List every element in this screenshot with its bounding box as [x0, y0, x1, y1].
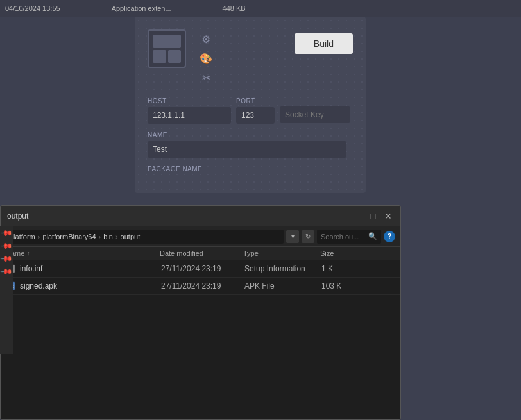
- breadcrumb-sep-3: ›: [115, 233, 118, 240]
- pin-btn-3[interactable]: 📌: [0, 252, 13, 265]
- port-input[interactable]: [236, 107, 275, 124]
- col-size-header: Size: [320, 249, 334, 257]
- file-list-header: Name ↑ Date modified Type Size: [1, 247, 400, 260]
- file-date-apk: 27/11/2024 23:19: [161, 281, 244, 290]
- breadcrumb-sep-2: ›: [99, 233, 101, 240]
- file-list-container: Name ↑ Date modified Type Size i info.in…: [1, 247, 400, 419]
- table-row[interactable]: APK signed.apk 27/11/2024 23:19 APK File…: [1, 278, 400, 295]
- device-cell-br: [168, 50, 182, 63]
- port-label: PORT: [236, 97, 275, 105]
- device-cell-bl: [153, 50, 166, 63]
- close-button[interactable]: ✕: [382, 210, 394, 222]
- host-input[interactable]: [148, 107, 231, 124]
- top-file-name: Application exten...: [112, 4, 171, 12]
- host-port-row: HOST PORT: [148, 97, 353, 124]
- col-type-header: Type: [243, 249, 320, 257]
- socketkey-input[interactable]: [280, 106, 350, 123]
- search-box: 🔍: [317, 230, 381, 244]
- file-rows: i info.inf 27/11/2024 23:19 Setup Inform…: [1, 260, 400, 340]
- builder-panel: ⚙ 🎨 ✂ Build HOST PORT: [135, 17, 366, 193]
- name-input[interactable]: [148, 141, 346, 158]
- empty-area: [1, 340, 400, 419]
- gear-icon[interactable]: ⚙: [199, 32, 213, 46]
- host-group: HOST: [148, 97, 231, 124]
- pin-btn-1[interactable]: 📌: [0, 226, 13, 240]
- output-titlebar: output — □ ✕: [1, 206, 400, 226]
- form-section: HOST PORT NAME PACKAGE N: [148, 97, 353, 172]
- breadcrumb-sep-1: ›: [38, 233, 40, 240]
- pin-btn-4[interactable]: 📌: [0, 265, 13, 278]
- sort-arrow-icon: ↑: [27, 250, 30, 256]
- packagename-row: PACKAGE NAME: [148, 165, 353, 172]
- packagename-group: PACKAGE NAME: [148, 165, 353, 172]
- table-row[interactable]: i info.inf 27/11/2024 23:19 Setup Inform…: [1, 260, 400, 278]
- name-label: NAME: [148, 131, 353, 139]
- top-file-size: 448 KB: [223, 4, 246, 12]
- breadcrumb[interactable]: platform › platformBinary64 › bin › outp…: [6, 230, 284, 244]
- output-window: output — □ ✕ platform › platformBinary64…: [0, 205, 401, 420]
- help-button[interactable]: ?: [384, 231, 395, 242]
- name-group: NAME: [148, 131, 353, 158]
- breadcrumb-platform: platform: [10, 233, 35, 240]
- breadcrumb-platformbinary64: platformBinary64: [42, 233, 96, 240]
- host-label: HOST: [148, 97, 231, 105]
- file-name-info: info.inf: [20, 264, 161, 273]
- packagename-label: PACKAGE NAME: [148, 165, 353, 172]
- col-name-header: Name ↑: [6, 249, 160, 257]
- device-cell-top: [153, 35, 181, 48]
- dropdown-btn[interactable]: ▾: [286, 230, 299, 243]
- file-date-info: 27/11/2024 23:19: [161, 264, 244, 273]
- file-type-info: Setup Information: [244, 264, 321, 273]
- port-group: PORT: [236, 97, 275, 124]
- minimize-button[interactable]: —: [352, 210, 363, 222]
- paint-icon[interactable]: 🎨: [199, 51, 213, 65]
- file-type-apk: APK File: [244, 281, 321, 290]
- address-bar: platform › platformBinary64 › bin › outp…: [1, 226, 400, 247]
- name-row: NAME: [148, 131, 353, 158]
- file-name-apk: signed.apk: [20, 281, 161, 290]
- pin-btn-2[interactable]: 📌: [0, 239, 13, 253]
- maximize-button[interactable]: □: [367, 210, 379, 222]
- breadcrumb-output: output: [121, 233, 141, 240]
- search-input[interactable]: [321, 233, 366, 240]
- build-button[interactable]: Build: [295, 33, 353, 54]
- address-controls: ▾ ↻: [286, 230, 314, 243]
- top-file-row: 04/10/2024 13:55 Application exten... 44…: [0, 0, 521, 17]
- col-date-header: Date modified: [160, 249, 243, 257]
- search-icon[interactable]: 🔍: [368, 232, 377, 240]
- device-icon: [148, 29, 186, 68]
- socketkey-group: [280, 106, 350, 124]
- top-file-date: 04/10/2024 13:55: [5, 4, 60, 12]
- output-title: output: [7, 212, 348, 221]
- file-size-apk: 103 K: [321, 281, 341, 290]
- file-size-info: 1 K: [321, 264, 333, 273]
- action-icons: ⚙ 🎨 ✂: [199, 29, 213, 85]
- scissors-icon[interactable]: ✂: [199, 71, 213, 85]
- refresh-btn[interactable]: ↻: [302, 230, 314, 243]
- breadcrumb-bin: bin: [103, 233, 113, 240]
- pin-panel: 📌 📌 📌 📌: [0, 226, 13, 354]
- builder-icons-row: ⚙ 🎨 ✂ Build: [148, 29, 353, 85]
